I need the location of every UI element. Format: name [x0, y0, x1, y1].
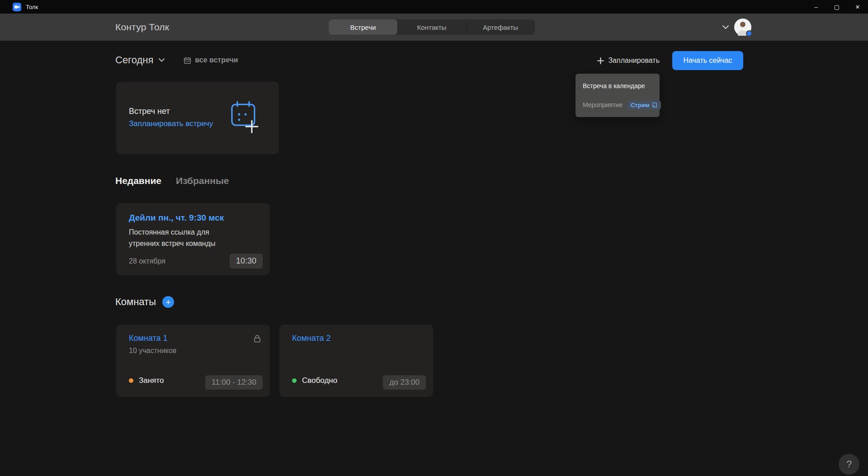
no-meetings-title: Встреч нет: [129, 107, 213, 116]
tab-meetings[interactable]: Встречи: [329, 19, 397, 35]
room-name[interactable]: Комната 1: [129, 334, 168, 343]
cast-icon: [651, 102, 657, 108]
all-meetings-link[interactable]: все встречи: [184, 56, 238, 64]
start-now-button[interactable]: Начать сейчас: [672, 51, 743, 70]
close-button[interactable]: ✕: [847, 0, 868, 14]
header: Контур Толк Встречи Контакты Артефакты: [0, 14, 868, 41]
schedule-dropdown-menu: Встреча в календаре Мероприятие Стрим: [576, 74, 660, 117]
room-time-badge: 11:00 - 12:30: [205, 375, 263, 390]
titlebar: Толк – ▢ ✕: [0, 0, 868, 14]
schedule-meeting-link[interactable]: Запланировать встречу: [129, 119, 213, 128]
free-status-dot: [292, 378, 297, 383]
no-meetings-text: Встреч нет Запланировать встречу: [129, 107, 213, 128]
all-meetings-label: все встречи: [195, 56, 238, 64]
add-room-button[interactable]: +: [162, 296, 174, 308]
room-time-badge: до 23:00: [383, 375, 426, 390]
window-controls: – ▢ ✕: [806, 0, 868, 14]
room-status: Занято: [129, 376, 164, 385]
menu-item-event[interactable]: Мероприятие Стрим: [576, 95, 660, 114]
plus-icon: [597, 57, 604, 64]
recent-tabs: Недавние Избранные: [115, 175, 229, 186]
schedule-button[interactable]: Запланировать: [597, 57, 660, 65]
app-logo-icon: [13, 3, 21, 11]
actions-row: Запланировать Начать сейчас: [597, 51, 743, 70]
tab-contacts[interactable]: Контакты: [397, 19, 466, 35]
room-status: Свободно: [292, 376, 337, 385]
main-tab-group: Встречи Контакты Артефакты: [329, 19, 535, 35]
stream-badge: Стрим: [627, 100, 661, 110]
chevron-down-icon[interactable]: [159, 58, 165, 62]
room-status-label: Занято: [139, 376, 164, 385]
app-title: Толк: [26, 4, 38, 10]
user-area: [722, 14, 751, 41]
calendar-icon: [184, 57, 191, 64]
meeting-time-badge: 10:30: [230, 254, 263, 269]
status-dot: [746, 30, 752, 37]
room-card[interactable]: Комната 2 Свободно до 23:00: [279, 325, 433, 397]
camera-icon: [14, 4, 20, 10]
meeting-card[interactable]: Дейли пн., чт. 9:30 мск Постоянная ссылк…: [116, 203, 270, 275]
tab-recent[interactable]: Недавние: [115, 175, 161, 186]
no-meetings-card: Встреч нет Запланировать встречу: [116, 82, 279, 154]
rooms-title: Комнаты: [115, 296, 156, 308]
room-participants: 10 участников: [129, 347, 176, 355]
minimize-button[interactable]: –: [806, 0, 826, 14]
room-card[interactable]: Комната 1 10 участников Занято 11:00 - 1…: [116, 325, 270, 397]
schedule-button-label: Запланировать: [608, 57, 660, 65]
stream-badge-label: Стрим: [631, 102, 649, 108]
today-row: Сегодня все встречи: [115, 54, 238, 66]
menu-item-calendar-meeting[interactable]: Встреча в календаре: [576, 76, 660, 95]
room-status-label: Свободно: [302, 376, 337, 385]
rooms-heading: Комнаты +: [115, 296, 174, 308]
maximize-button[interactable]: ▢: [826, 0, 847, 14]
menu-item-label: Встреча в календаре: [583, 82, 645, 90]
meeting-description: Постоянная ссылка для утренних встреч ко…: [129, 226, 233, 249]
calendar-plus-icon: [230, 100, 260, 133]
meeting-date: 28 октября: [129, 257, 165, 265]
app-window: Толк – ▢ ✕ Контур Толк Встречи Контакты …: [0, 0, 868, 476]
tab-artifacts[interactable]: Артефакты: [466, 19, 535, 35]
busy-status-dot: [129, 378, 133, 383]
room-name[interactable]: Комната 2: [292, 334, 331, 343]
meeting-title[interactable]: Дейли пн., чт. 9:30 мск: [129, 213, 224, 223]
today-dropdown[interactable]: Сегодня: [115, 54, 153, 66]
avatar[interactable]: [734, 19, 751, 36]
page-title: Контур Толк: [115, 14, 169, 41]
help-button[interactable]: ?: [839, 454, 859, 475]
chevron-down-icon[interactable]: [722, 25, 729, 29]
tab-favorites[interactable]: Избранные: [176, 175, 229, 186]
avatar-photo: [740, 22, 745, 27]
menu-item-label: Мероприятие: [583, 101, 623, 108]
lock-icon: [254, 335, 261, 343]
